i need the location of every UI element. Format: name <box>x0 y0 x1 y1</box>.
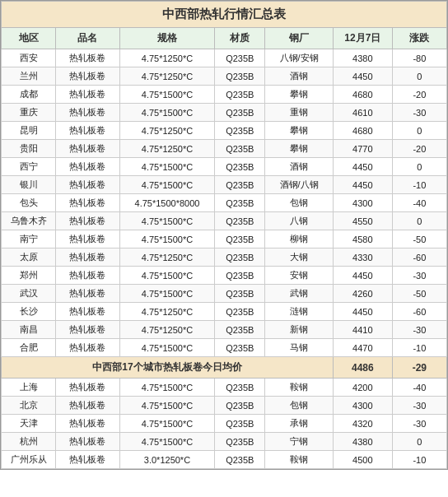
table-row: 银川热轧板卷4.75*1500*CQ235B酒钢/八钢4450-10 <box>2 176 447 194</box>
cell-1: 热轧板卷 <box>56 415 119 433</box>
cell-1: 热轧板卷 <box>56 140 119 158</box>
cell-0: 银川 <box>2 176 56 194</box>
cell-2: 4.75*1500*C <box>119 104 215 122</box>
table-row: 郑州热轧板卷4.75*1500*CQ235B安钢4450-30 <box>2 267 447 285</box>
cell-0: 上海 <box>2 379 56 397</box>
column-header-6: 涨跌 <box>392 28 446 49</box>
cell-2: 4.75*1250*C <box>119 140 215 158</box>
table-row: 天津热轧板卷4.75*1500*CQ235B承钢4320-30 <box>2 415 447 433</box>
cell-3: Q235B <box>215 415 265 433</box>
cell-4: 攀钢 <box>265 86 334 104</box>
column-header-3: 材质 <box>215 28 265 49</box>
cell-1: 热轧板卷 <box>56 49 119 67</box>
cell-4: 八钢/安钢 <box>265 49 334 67</box>
cell-4: 宁钢 <box>265 433 334 451</box>
cell-5: 4450 <box>333 158 392 176</box>
cell-5: 4380 <box>333 433 392 451</box>
column-header-1: 品名 <box>56 28 119 49</box>
cell-6: -50 <box>392 230 446 248</box>
cell-0: 重庆 <box>2 104 56 122</box>
cell-1: 热轧板卷 <box>56 176 119 194</box>
cell-2: 4.75*1250*C <box>119 67 215 86</box>
table-row: 包头热轧板卷4.75*1500*8000Q235B包钢4300-40 <box>2 194 447 212</box>
cell-2: 4.75*1250*C <box>119 49 215 67</box>
table-title: 中西部热轧行情汇总表 <box>2 2 447 28</box>
table-row: 南宁热轧板卷4.75*1500*CQ235B柳钢4580-50 <box>2 230 447 248</box>
cell-0: 兰州 <box>2 67 56 86</box>
section-price: 4486 <box>333 357 392 379</box>
cell-5: 4450 <box>333 267 392 285</box>
cell-5: 4470 <box>333 339 392 357</box>
cell-6: 0 <box>392 122 446 140</box>
cell-3: Q235B <box>215 379 265 397</box>
cell-2: 4.75*1500*C <box>119 415 215 433</box>
table-row: 广州乐从热轧板卷3.0*1250*CQ235B鞍钢4500-10 <box>2 451 447 469</box>
table-row: 西宁热轧板卷4.75*1500*CQ235B酒钢44500 <box>2 158 447 176</box>
table-row: 成都热轧板卷4.75*1500*CQ235B攀钢4680-20 <box>2 86 447 104</box>
cell-3: Q235B <box>215 248 265 267</box>
cell-3: Q235B <box>215 433 265 451</box>
cell-5: 4610 <box>333 104 392 122</box>
cell-1: 热轧板卷 <box>56 397 119 415</box>
cell-3: Q235B <box>215 339 265 357</box>
table-row: 昆明热轧板卷4.75*1250*CQ235B攀钢46800 <box>2 122 447 140</box>
table-row: 北京热轧板卷4.75*1500*CQ235B包钢4300-30 <box>2 397 447 415</box>
cell-1: 热轧板卷 <box>56 339 119 357</box>
cell-0: 长沙 <box>2 303 56 321</box>
cell-2: 3.0*1250*C <box>119 451 215 469</box>
cell-3: Q235B <box>215 86 265 104</box>
cell-1: 热轧板卷 <box>56 158 119 176</box>
cell-5: 4500 <box>333 451 392 469</box>
cell-5: 4450 <box>333 303 392 321</box>
cell-3: Q235B <box>215 104 265 122</box>
cell-3: Q235B <box>215 176 265 194</box>
column-header-5: 12月7日 <box>333 28 392 49</box>
cell-2: 4.75*1500*C <box>119 212 215 230</box>
cell-1: 热轧板卷 <box>56 86 119 104</box>
cell-4: 包钢 <box>265 397 334 415</box>
cell-0: 贵阳 <box>2 140 56 158</box>
cell-0: 郑州 <box>2 267 56 285</box>
cell-2: 4.75*1500*C <box>119 339 215 357</box>
cell-4: 涟钢 <box>265 303 334 321</box>
cell-4: 武钢 <box>265 285 334 303</box>
cell-0: 杭州 <box>2 433 56 451</box>
cell-0: 北京 <box>2 397 56 415</box>
cell-5: 4380 <box>333 49 392 67</box>
cell-0: 西安 <box>2 49 56 67</box>
cell-5: 4550 <box>333 212 392 230</box>
cell-6: -20 <box>392 140 446 158</box>
cell-2: 4.75*1250*C <box>119 122 215 140</box>
cell-4: 攀钢 <box>265 140 334 158</box>
cell-3: Q235B <box>215 303 265 321</box>
cell-3: Q235B <box>215 285 265 303</box>
cell-6: 0 <box>392 212 446 230</box>
table-row: 武汉热轧板卷4.75*1500*CQ235B武钢4260-50 <box>2 285 447 303</box>
cell-6: 0 <box>392 67 446 86</box>
cell-3: Q235B <box>215 49 265 67</box>
cell-5: 4410 <box>333 321 392 339</box>
column-header-4: 钢厂 <box>265 28 334 49</box>
cell-4: 鞍钢 <box>265 379 334 397</box>
cell-3: Q235B <box>215 230 265 248</box>
cell-2: 4.75*1500*C <box>119 176 215 194</box>
cell-2: 4.75*1500*C <box>119 158 215 176</box>
cell-4: 包钢 <box>265 194 334 212</box>
cell-0: 太原 <box>2 248 56 267</box>
cell-5: 4300 <box>333 397 392 415</box>
cell-1: 热轧板卷 <box>56 122 119 140</box>
cell-4: 大钢 <box>265 248 334 267</box>
table-row: 南昌热轧板卷4.75*1250*CQ235B新钢4410-30 <box>2 321 447 339</box>
section-change: -29 <box>392 357 446 379</box>
cell-4: 安钢 <box>265 267 334 285</box>
cell-6: -60 <box>392 303 446 321</box>
cell-5: 4680 <box>333 86 392 104</box>
cell-4: 攀钢 <box>265 122 334 140</box>
cell-5: 4580 <box>333 230 392 248</box>
cell-6: -10 <box>392 339 446 357</box>
table-row: 贵阳热轧板卷4.75*1250*CQ235B攀钢4770-20 <box>2 140 447 158</box>
cell-1: 热轧板卷 <box>56 212 119 230</box>
cell-5: 4770 <box>333 140 392 158</box>
cell-3: Q235B <box>215 140 265 158</box>
cell-1: 热轧板卷 <box>56 451 119 469</box>
